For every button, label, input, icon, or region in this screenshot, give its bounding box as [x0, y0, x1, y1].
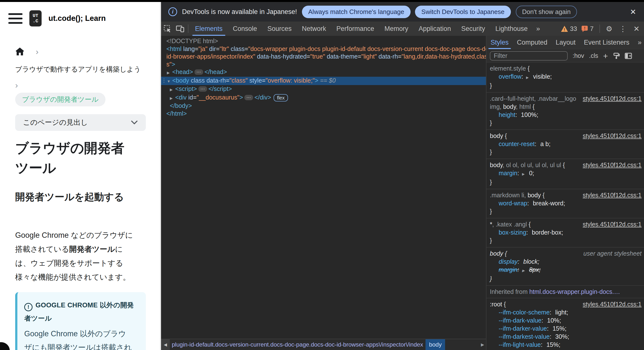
- dom-tree: <!DOCTYPE html><html lang="ja" dir="ltr"…: [161, 36, 486, 117]
- breadcrumb-chevron-2: ›: [15, 81, 160, 89]
- expand-longhand-icon[interactable]: ▶: [526, 76, 529, 79]
- sidebar-tab-event-listeners[interactable]: Event Listeners: [580, 36, 634, 49]
- expand-arrow-closed-icon[interactable]: ▶: [167, 69, 172, 77]
- css-property[interactable]: --ifm-color-scheme:light;: [490, 308, 641, 316]
- rendering-emulation-icon[interactable]: [613, 53, 620, 59]
- tab-sources[interactable]: Sources: [262, 22, 297, 36]
- expand-arrow-closed-icon[interactable]: ▶: [170, 94, 175, 102]
- ellipsis-expand-button[interactable]: ⋯: [244, 95, 253, 100]
- ellipsis-expand-button[interactable]: ⋯: [198, 86, 207, 92]
- dom-row[interactable]: ▶<div id="__docusaurus">⋯</div>flex: [161, 94, 486, 102]
- dom-row[interactable]: <!DOCTYPE html>: [161, 37, 486, 45]
- settings-gear-icon[interactable]: ⚙: [604, 25, 615, 33]
- issues-icon[interactable]: !: [581, 26, 588, 32]
- css-property[interactable]: overflow:▶visible;: [490, 73, 641, 82]
- css-property[interactable]: height:100%;: [490, 111, 641, 119]
- device-toolbar-icon[interactable]: [174, 22, 186, 36]
- warning-count[interactable]: 33: [570, 25, 577, 33]
- tab-application[interactable]: Application: [414, 22, 456, 36]
- switch-japanese-button[interactable]: Switch DevTools to Japanese: [415, 6, 511, 18]
- sidebar-tab-computed[interactable]: Computed: [513, 36, 552, 49]
- tab-network[interactable]: Network: [297, 22, 331, 36]
- toggle-class-button[interactable]: .cls: [589, 52, 598, 59]
- inspect-element-icon[interactable]: [161, 22, 174, 36]
- toc-collapsible[interactable]: このページの見出し: [15, 114, 146, 131]
- tab-performance[interactable]: Performance: [331, 22, 380, 36]
- style-rule[interactable]: user agent stylesheetbody {display:block…: [486, 248, 644, 286]
- dom-row[interactable]: <html lang="ja" dir="ltr" class="docs-wr…: [161, 45, 486, 53]
- tab-security[interactable]: Security: [456, 22, 490, 36]
- css-property[interactable]: box-sizing:border-box;: [490, 228, 641, 237]
- css-property[interactable]: margin:▶0;: [490, 169, 641, 178]
- style-rule[interactable]: element.style {overflow:▶visible;}: [486, 63, 644, 93]
- style-rule[interactable]: styles.4510f12d.css:1body {counter-reset…: [486, 130, 644, 159]
- style-rule[interactable]: styles.4510f12d.css:1:root {--ifm-color-…: [486, 298, 644, 350]
- style-rule[interactable]: styles.4510f12d.css:1body, ol ol, ol ul,…: [486, 159, 644, 189]
- css-property[interactable]: --ifm-dark-value:10%;: [490, 316, 641, 324]
- css-property[interactable]: --ifm-darkest-value:30%;: [490, 332, 641, 341]
- tab-elements[interactable]: Elements: [190, 22, 228, 36]
- docs-page: UT .C ut.code(); Learn › ブラウザで動作するアプリを構築…: [0, 0, 160, 350]
- dom-row[interactable]: ▶<script>⋯</script>: [161, 85, 486, 94]
- flex-badge[interactable]: flex: [274, 94, 288, 101]
- style-rule[interactable]: styles.4510f12d.css:1.card--full-height,…: [486, 93, 644, 130]
- devtools-close-icon[interactable]: ✕: [631, 25, 642, 33]
- dom-row[interactable]: ▶<head>⋯</head>: [161, 68, 486, 77]
- sidebar-more-tabs-icon[interactable]: »: [635, 39, 644, 46]
- tab-memory[interactable]: Memory: [379, 22, 414, 36]
- stylesheet-link[interactable]: styles.4510f12d.css:1: [583, 95, 642, 103]
- warning-icon[interactable]: !: [561, 26, 568, 32]
- expand-longhand-icon[interactable]: ▶: [522, 269, 524, 273]
- new-style-rule-icon[interactable]: +: [603, 53, 608, 58]
- stylesheet-link[interactable]: styles.4510f12d.css:1: [583, 220, 642, 228]
- expand-arrow-closed-icon[interactable]: ▶: [170, 86, 175, 94]
- kebab-menu-icon[interactable]: ⋮: [617, 25, 629, 33]
- more-tabs-icon[interactable]: »: [533, 25, 543, 33]
- tab-lighthouse[interactable]: Lighthouse: [490, 22, 533, 36]
- ellipsis-expand-button[interactable]: ⋯: [194, 69, 203, 75]
- infobar-close-icon[interactable]: ✕: [628, 8, 638, 16]
- css-property[interactable]: margin:▶8px;: [490, 266, 641, 275]
- css-property[interactable]: --ifm-lighter-value:30%;: [490, 349, 641, 350]
- row-options-icon[interactable]: ⋮: [162, 77, 166, 85]
- inherited-from-link[interactable]: html.docs-wrapper.plugin-docs.…: [529, 288, 620, 295]
- stylesheet-link[interactable]: styles.4510f12d.css:1: [583, 161, 642, 169]
- expand-arrow-open-icon[interactable]: ▼: [167, 77, 172, 85]
- stylesheet-link[interactable]: styles.4510f12d.css:1: [583, 132, 642, 140]
- dom-row[interactable]: id-browser-apps/inspector/index" data-ha…: [161, 53, 486, 61]
- css-property[interactable]: word-wrap:break-word;: [490, 199, 641, 207]
- crumb-scroll-left-icon[interactable]: ◀: [161, 339, 170, 350]
- issue-count[interactable]: 7: [590, 25, 593, 33]
- breadcrumb-current-badge[interactable]: ブラウザの開発者ツール: [15, 93, 106, 106]
- stylesheet-link[interactable]: styles.4510f12d.css:1: [583, 300, 642, 308]
- tab-console[interactable]: Console: [228, 22, 262, 36]
- style-rule[interactable]: styles.4510f12d.css:1*, .katex .angl {bo…: [486, 218, 644, 248]
- match-language-button[interactable]: Always match Chrome's language: [302, 6, 410, 18]
- style-rule[interactable]: styles.4510f12d.css:1.markdown li, body …: [486, 189, 644, 218]
- css-property[interactable]: --ifm-darker-value:15%;: [490, 324, 641, 332]
- crumb-path[interactable]: plugin-id-default.docs-version-current.d…: [172, 341, 423, 348]
- dont-show-again-button[interactable]: Don't show again: [516, 6, 577, 18]
- dom-row[interactable]: ⋮▼<body class data-rh="class" style="ove…: [161, 77, 486, 85]
- stylesheet-link[interactable]: styles.4510f12d.css:1: [583, 191, 642, 199]
- crumb-selected-body[interactable]: body: [426, 339, 445, 350]
- home-icon[interactable]: [15, 47, 24, 56]
- dock-sidebar-icon[interactable]: [625, 53, 632, 59]
- css-property[interactable]: counter-reset:a b;: [490, 140, 641, 148]
- css-property[interactable]: --ifm-light-value:15%;: [490, 341, 641, 349]
- expand-longhand-icon[interactable]: ▶: [522, 172, 524, 176]
- floating-corner-button[interactable]: [0, 342, 10, 350]
- css-property[interactable]: display:block;: [490, 258, 641, 266]
- dom-row[interactable]: s">: [161, 61, 486, 68]
- styles-filter-input[interactable]: [490, 51, 568, 61]
- sidebar-tab-styles[interactable]: Styles: [486, 36, 513, 49]
- toggle-hover-state-button[interactable]: :hov: [572, 52, 584, 59]
- site-logo[interactable]: UT .C: [29, 10, 42, 27]
- breadcrumb-section[interactable]: ブラウザで動作するアプリを構築しよう: [15, 65, 160, 74]
- crumb-scroll-right-icon[interactable]: ▶: [479, 342, 486, 347]
- dom-row[interactable]: </body>: [161, 102, 486, 110]
- dom-row[interactable]: </html>: [161, 110, 486, 118]
- sidebar-tab-layout[interactable]: Layout: [552, 36, 580, 49]
- hamburger-menu-icon[interactable]: [8, 13, 22, 24]
- site-title[interactable]: ut.code(); Learn: [48, 14, 106, 23]
